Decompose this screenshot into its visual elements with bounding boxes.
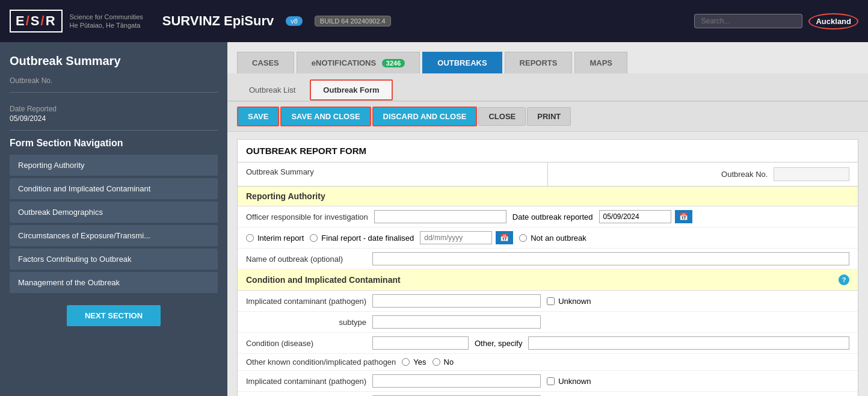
nav-item-management[interactable]: Management of the Outbreak bbox=[10, 272, 218, 293]
implicated-row2: Implicated contaminant (pathogen) Unknow… bbox=[238, 371, 858, 392]
tab-cases[interactable]: CASES bbox=[237, 52, 294, 73]
discard-button[interactable]: DISCARD AND CLOSE bbox=[372, 107, 478, 126]
implicated-label2: Implicated contaminant (pathogen) bbox=[246, 377, 366, 386]
condition-input1[interactable] bbox=[372, 336, 469, 350]
sub-tab-outbreak-form[interactable]: Outbreak Form bbox=[310, 79, 392, 101]
nav-section-title: Form Section Navigation bbox=[10, 138, 218, 149]
outbreak-summary-label: Outbreak Summary bbox=[238, 162, 547, 186]
other-specify-input1[interactable] bbox=[528, 336, 849, 350]
nav-item-condition[interactable]: Condition and Implicated Contaminant bbox=[10, 178, 218, 199]
interim-label: Interim report bbox=[257, 234, 304, 243]
save-close-button[interactable]: SAVE AND CLOSE bbox=[280, 107, 371, 126]
not-outbreak-label: Not an outbreak bbox=[531, 234, 586, 243]
reporting-authority-title: Reporting Authority bbox=[246, 191, 325, 201]
nav-item-circumstances[interactable]: Circumstances of Exposure/Transmi... bbox=[10, 225, 218, 246]
outbreak-name-input[interactable] bbox=[372, 252, 849, 265]
unknown-checkbox1[interactable] bbox=[547, 297, 555, 305]
form-container: OUTBREAK REPORT FORM Outbreak Summary Ou… bbox=[237, 139, 858, 396]
form-scroll: OUTBREAK REPORT FORM Outbreak Summary Ou… bbox=[227, 132, 868, 396]
section-reporting-authority: Reporting Authority bbox=[238, 187, 858, 206]
officer-input[interactable] bbox=[374, 210, 506, 223]
build-badge: BUILD 64 20240902.4 bbox=[315, 16, 391, 26]
outbreak-no-label: Outbreak No. bbox=[721, 170, 768, 179]
unknown-label1: Unknown bbox=[558, 297, 591, 306]
outbreak-no-box bbox=[774, 167, 849, 181]
date-reported-input[interactable] bbox=[599, 210, 671, 223]
outbreak-no-label: Outbreak No. bbox=[10, 76, 218, 85]
yes-label: Yes bbox=[413, 357, 426, 367]
form-header-row: Outbreak Summary Outbreak No. bbox=[238, 162, 858, 187]
report-type-row: Interim report Final report - date final… bbox=[238, 227, 858, 249]
logo-sub1: Science for Communities bbox=[70, 13, 143, 21]
condition-title: Condition and Implicated Contaminant bbox=[246, 275, 401, 285]
date-reported-label: Date outbreak reported bbox=[512, 212, 593, 221]
no-radio[interactable] bbox=[432, 358, 440, 366]
top-nav: E/S/R Science for Communities He Pūtaiao… bbox=[0, 0, 868, 42]
content-area: CASES eNOTIFICATIONS 3246 OUTBREAKS REPO… bbox=[227, 42, 868, 396]
interim-radio-group: Interim report bbox=[246, 234, 304, 243]
not-outbreak-radio[interactable] bbox=[519, 234, 527, 242]
close-button[interactable]: CLOSE bbox=[478, 107, 526, 126]
implicated-input2[interactable] bbox=[372, 374, 541, 388]
yes-radio-group: Yes bbox=[402, 357, 426, 367]
implicated-row1: Implicated contaminant (pathogen) Unknow… bbox=[238, 291, 858, 312]
location-badge: Auckland bbox=[808, 13, 858, 29]
logo-area: E/S/R Science for Communities He Pūtaiao… bbox=[10, 10, 391, 32]
other-known-row: Other known condition/implicated pathoge… bbox=[238, 354, 858, 371]
tab-maps[interactable]: MAPS bbox=[574, 52, 627, 73]
final-label: Final report - date finalised bbox=[321, 234, 414, 243]
section-condition: Condition and Implicated Contaminant ? bbox=[238, 270, 858, 291]
nav-item-factors[interactable]: Factors Contributing to Outbreak bbox=[10, 249, 218, 270]
unknown-checkbox-group2: Unknown bbox=[547, 377, 591, 386]
implicated-input1[interactable] bbox=[372, 294, 541, 308]
outbreak-name-row: Name of outbreak (optional) bbox=[238, 249, 858, 270]
other-known-label: Other known condition/implicated pathoge… bbox=[246, 357, 396, 367]
next-section-button[interactable]: NEXT SECTION bbox=[67, 305, 161, 326]
not-outbreak-group: Not an outbreak bbox=[519, 234, 586, 243]
final-radio[interactable] bbox=[310, 234, 318, 242]
interim-radio[interactable] bbox=[246, 234, 254, 242]
outbreak-name-label: Name of outbreak (optional) bbox=[246, 255, 366, 264]
sub-tab-outbreak-list[interactable]: Outbreak List bbox=[237, 81, 307, 99]
sidebar-title: Outbreak Summary bbox=[10, 54, 218, 68]
unknown-label2: Unknown bbox=[558, 377, 591, 386]
date-reported-label: Date Reported bbox=[10, 105, 218, 113]
tab-enotifications[interactable]: eNOTIFICATIONS 3246 bbox=[297, 52, 420, 73]
toolbar: SAVE SAVE AND CLOSE DISCARD AND CLOSE CL… bbox=[227, 102, 868, 132]
date-reported-cal-icon[interactable]: 📅 bbox=[675, 210, 692, 223]
app-title: SURVINZ EpiSurv bbox=[162, 13, 274, 29]
officer-row: Officer responsible for investigation Da… bbox=[238, 206, 858, 227]
subtype-input1[interactable] bbox=[372, 315, 541, 329]
tab-bar: CASES eNOTIFICATIONS 3246 OUTBREAKS REPO… bbox=[227, 42, 868, 73]
yes-radio[interactable] bbox=[402, 358, 410, 366]
version-badge: v8 bbox=[286, 16, 303, 26]
print-button[interactable]: PRINT bbox=[527, 107, 571, 126]
no-radio-group: No bbox=[432, 357, 454, 367]
tab-outbreaks[interactable]: OUTBREAKS bbox=[422, 52, 502, 73]
form-title: OUTBREAK REPORT FORM bbox=[238, 140, 858, 162]
condition-help-icon[interactable]: ? bbox=[839, 274, 849, 285]
sidebar: Outbreak Summary Outbreak No. Date Repor… bbox=[0, 42, 227, 396]
officer-label: Officer responsible for investigation bbox=[246, 212, 368, 221]
subtype-row1: subtype bbox=[238, 312, 858, 333]
nav-right: Auckland bbox=[694, 13, 858, 29]
date-reported-value: 05/09/2024 bbox=[10, 114, 218, 123]
unknown-checkbox-group1: Unknown bbox=[547, 297, 591, 306]
other-specify-label1: Other, specify bbox=[475, 339, 522, 348]
final-date-cal-icon[interactable]: 📅 bbox=[496, 231, 513, 244]
search-input[interactable] bbox=[694, 14, 802, 28]
nav-item-demographics[interactable]: Outbreak Demographics bbox=[10, 202, 218, 223]
no-label: No bbox=[444, 357, 454, 367]
final-radio-group: Final report - date finalised bbox=[310, 234, 414, 243]
unknown-checkbox2[interactable] bbox=[547, 377, 555, 385]
final-date-input[interactable] bbox=[420, 231, 492, 244]
nav-item-reporting[interactable]: Reporting Authority bbox=[10, 155, 218, 176]
subtype-row2: subtype bbox=[238, 392, 858, 396]
sub-tab-bar: Outbreak List Outbreak Form bbox=[227, 73, 868, 102]
tab-reports[interactable]: REPORTS bbox=[505, 52, 573, 73]
logo-sub2: He Pūtaiao, He Tāngata bbox=[70, 21, 143, 29]
outbreak-no-right: Outbreak No. bbox=[547, 162, 858, 186]
condition-label1: Condition (disease) bbox=[246, 339, 366, 348]
main-layout: Outbreak Summary Outbreak No. Date Repor… bbox=[0, 42, 868, 396]
save-button[interactable]: SAVE bbox=[237, 107, 279, 126]
